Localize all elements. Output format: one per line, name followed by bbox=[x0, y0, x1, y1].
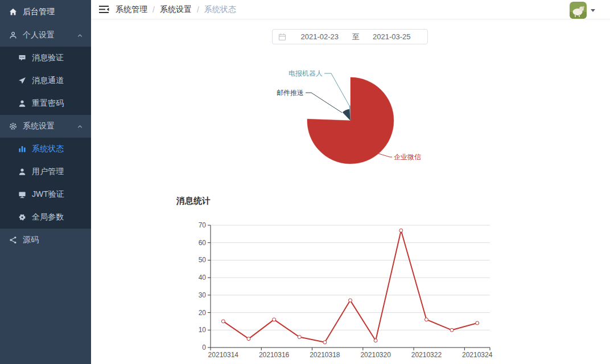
comment-icon bbox=[18, 53, 27, 63]
line-series bbox=[223, 230, 477, 342]
y-axis-label: 70 bbox=[199, 221, 207, 229]
sidebar-item-system-settings[interactable]: 系统设置 bbox=[0, 115, 91, 138]
bar-chart-icon bbox=[18, 144, 27, 154]
sidebar-item-label: 消息通道 bbox=[32, 76, 64, 86]
user-icon bbox=[18, 167, 27, 176]
x-axis-label: 20210314 bbox=[208, 351, 239, 359]
pie-label-line bbox=[324, 73, 349, 106]
sidebar-item-label: 源码 bbox=[23, 235, 39, 245]
sidebar: 后台管理 个人设置 消息验证 消息通道 bbox=[0, 0, 91, 364]
topbar: 系统管理 / 系统设置 / 系统状态 bbox=[91, 0, 610, 19]
monitor-icon bbox=[18, 190, 27, 199]
sidebar-item-source-code[interactable]: 源码 bbox=[0, 229, 91, 251]
sidebar-item-reset-password[interactable]: 重置密码 bbox=[0, 92, 91, 115]
x-axis-label: 20210320 bbox=[360, 351, 391, 359]
date-range-separator: 至 bbox=[350, 32, 362, 42]
sidebar-item-label: 系统设置 bbox=[23, 121, 55, 131]
data-point-marker[interactable] bbox=[374, 339, 377, 342]
sidebar-item-message-channel[interactable]: 消息通道 bbox=[0, 69, 91, 92]
sidebar-item-user-management[interactable]: 用户管理 bbox=[0, 160, 91, 183]
data-point-marker[interactable] bbox=[221, 320, 225, 323]
chevron-up-icon bbox=[77, 123, 83, 130]
pie-chart: 企业微信邮件推送电报机器人 bbox=[250, 60, 444, 182]
sidebar-item-message-verify[interactable]: 消息验证 bbox=[0, 47, 91, 69]
sidebar-item-label: 个人设置 bbox=[23, 30, 55, 40]
avatar[interactable] bbox=[570, 2, 587, 19]
data-point-marker[interactable] bbox=[399, 229, 403, 232]
x-axis-label: 20210324 bbox=[462, 351, 493, 359]
user-menu[interactable] bbox=[570, 1, 595, 19]
pie-slice-label: 企业微信 bbox=[394, 153, 421, 161]
admin-app: 后台管理 个人设置 消息验证 消息通道 bbox=[0, 0, 610, 364]
send-icon bbox=[18, 76, 27, 85]
sidebar-item-dashboard[interactable]: 后台管理 bbox=[0, 0, 91, 24]
date-end-input[interactable]: 2021-03-25 bbox=[362, 32, 422, 41]
data-point-marker[interactable] bbox=[349, 299, 352, 302]
sidebar-item-global-params[interactable]: 全局参数 bbox=[0, 206, 91, 229]
breadcrumb-item[interactable]: 系统管理 bbox=[116, 5, 147, 15]
breadcrumb: 系统管理 / 系统设置 / 系统状态 bbox=[116, 0, 236, 19]
user-icon bbox=[18, 99, 27, 108]
sidebar-item-label: 全局参数 bbox=[32, 212, 64, 222]
user-outline-icon bbox=[9, 31, 18, 40]
data-point-marker[interactable] bbox=[450, 328, 454, 332]
y-axis-label: 50 bbox=[199, 256, 207, 264]
gear-outline-icon bbox=[9, 122, 18, 131]
date-range-picker[interactable]: 2021-02-23 至 2021-03-25 bbox=[272, 29, 428, 44]
pie-label-line bbox=[378, 154, 392, 157]
pie-slice[interactable] bbox=[343, 109, 351, 121]
sidebar-item-label: 重置密码 bbox=[32, 98, 64, 109]
sidebar-item-label: 消息验证 bbox=[32, 53, 64, 63]
y-axis-label: 30 bbox=[199, 291, 207, 299]
y-axis-label: 0 bbox=[202, 344, 206, 351]
y-axis-label: 40 bbox=[199, 274, 207, 282]
sidebar-item-system-status[interactable]: 系统状态 bbox=[0, 138, 91, 160]
breadcrumb-separator: / bbox=[152, 5, 155, 14]
data-point-marker[interactable] bbox=[476, 321, 479, 325]
share-icon bbox=[9, 235, 18, 245]
x-axis-label: 20210316 bbox=[259, 351, 290, 359]
data-point-marker[interactable] bbox=[298, 336, 301, 339]
gear-icon bbox=[18, 213, 27, 222]
breadcrumb-item-current: 系统状态 bbox=[204, 5, 236, 15]
data-point-marker[interactable] bbox=[323, 341, 327, 344]
sidebar-item-personal-settings[interactable]: 个人设置 bbox=[0, 24, 91, 47]
sidebar-collapse-icon[interactable] bbox=[99, 5, 110, 15]
main-content: 系统管理 / 系统设置 / 系统状态 bbox=[91, 0, 610, 364]
breadcrumb-separator: / bbox=[197, 5, 199, 14]
sidebar-item-label: 后台管理 bbox=[23, 7, 55, 17]
data-point-marker[interactable] bbox=[247, 337, 250, 341]
chevron-up-icon bbox=[77, 32, 83, 39]
pie-slice-label: 邮件推送 bbox=[277, 89, 304, 97]
home-icon bbox=[9, 7, 18, 16]
system-settings-submenu: 系统状态 用户管理 JWT验证 全局参数 bbox=[0, 138, 91, 229]
sidebar-item-label: 系统状态 bbox=[32, 144, 64, 154]
data-point-marker[interactable] bbox=[424, 318, 428, 321]
caret-down-icon bbox=[591, 9, 595, 12]
x-axis-label: 20210318 bbox=[310, 351, 340, 359]
y-axis-label: 20 bbox=[199, 309, 207, 317]
y-axis-label: 60 bbox=[199, 239, 207, 247]
sidebar-item-label: 用户管理 bbox=[32, 167, 64, 177]
line-chart: 0102030405060702021031420210316202103182… bbox=[171, 196, 501, 364]
sidebar-item-label: JWT验证 bbox=[32, 189, 64, 200]
date-start-input[interactable]: 2021-02-23 bbox=[290, 32, 350, 41]
sidebar-item-jwt-verify[interactable]: JWT验证 bbox=[0, 183, 91, 206]
personal-settings-submenu: 消息验证 消息通道 重置密码 bbox=[0, 47, 91, 115]
breadcrumb-item[interactable]: 系统设置 bbox=[160, 5, 192, 15]
pie-label-line bbox=[306, 93, 342, 113]
calendar-icon bbox=[278, 33, 286, 41]
data-point-marker[interactable] bbox=[273, 318, 276, 321]
y-axis-label: 10 bbox=[199, 326, 207, 334]
pie-slice-label: 电报机器人 bbox=[288, 69, 323, 77]
x-axis-label: 20210322 bbox=[411, 351, 442, 359]
